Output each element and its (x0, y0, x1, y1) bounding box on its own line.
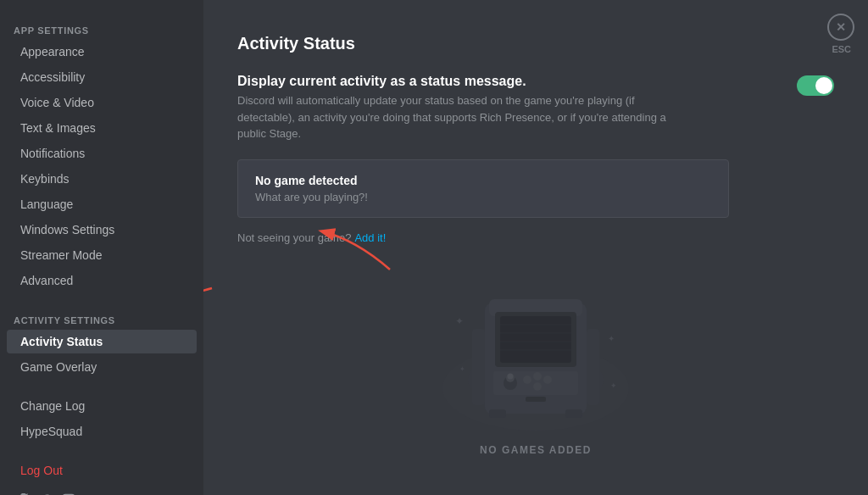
sidebar-item-text-images[interactable]: Text & Images (7, 116, 197, 140)
app-settings-label: APP SETTINGS (0, 17, 203, 39)
sidebar-item-language[interactable]: Language (7, 192, 197, 216)
page-title: Activity Status (237, 34, 834, 53)
no-game-detected-box: No game detected What are you playing?! (237, 159, 729, 218)
activity-settings-label: ACTIVITY SETTINGS (0, 307, 203, 329)
svg-text:✦: ✦ (455, 315, 464, 327)
sidebar-item-windows-settings[interactable]: Windows Settings (7, 218, 197, 242)
svg-rect-25 (489, 409, 506, 418)
setting-label: Display current activity as a status mes… (237, 74, 678, 89)
sidebar-item-accessibility[interactable]: Accessibility (7, 65, 197, 89)
svg-rect-23 (472, 329, 485, 405)
svg-rect-26 (565, 409, 582, 418)
svg-point-18 (523, 375, 531, 384)
sidebar-item-appearance[interactable]: Appearance (7, 40, 197, 64)
sidebar-item-voice-video[interactable]: Voice & Video (7, 91, 197, 114)
svg-text:✦: ✦ (608, 334, 615, 343)
svg-point-20 (543, 375, 552, 384)
svg-rect-9 (500, 316, 571, 363)
svg-point-21 (533, 382, 542, 391)
svg-rect-24 (587, 329, 599, 405)
no-games-label: NO GAMES ADDED (480, 444, 592, 456)
sidebar-item-streamer-mode[interactable]: Streamer Mode (7, 243, 197, 267)
sidebar-item-change-log[interactable]: Change Log (7, 394, 197, 418)
sidebar-item-advanced[interactable]: Advanced (7, 269, 197, 292)
activity-status-toggle[interactable] (797, 75, 834, 96)
close-button[interactable]: ✕ (827, 14, 854, 41)
sidebar-item-notifications[interactable]: Notifications (7, 142, 197, 165)
sidebar-item-keybinds[interactable]: Keybinds (7, 167, 197, 191)
logout-button[interactable]: Log Out (7, 459, 197, 482)
esc-label: ESC (832, 44, 851, 54)
no-game-title: No game detected (255, 174, 711, 187)
setting-description: Discord will automatically update your s… (237, 92, 678, 142)
setting-label-group: Display current activity as a status mes… (237, 74, 678, 142)
svg-text:✦: ✦ (459, 365, 465, 373)
no-game-subtitle: What are you playing?! (255, 191, 711, 203)
sidebar-item-activity-status[interactable]: Activity Status (7, 330, 197, 353)
svg-text:✦: ✦ (610, 381, 617, 390)
sidebar-item-hypesquad[interactable]: HypeSquad (7, 420, 197, 443)
sidebar-item-game-overlay[interactable]: Game Overlay (7, 355, 197, 379)
illustration-area: ✦ ✦ ✦ ✦ NO GAMES ADDED (237, 261, 834, 456)
add-game-row: Not seeing your game? Add it! (237, 231, 834, 244)
activity-toggle-row: Display current activity as a status mes… (237, 74, 834, 142)
add-it-link[interactable]: Add it! (354, 231, 386, 244)
svg-point-19 (533, 372, 542, 381)
sidebar: APP SETTINGS Appearance Accessibility Vo… (0, 0, 203, 495)
main-content: ✕ ESC Activity Status Display current ac… (203, 0, 868, 495)
svg-point-17 (508, 373, 514, 379)
arcade-illustration: ✦ ✦ ✦ ✦ (426, 261, 646, 431)
arrow-sidebar (203, 280, 220, 331)
not-seeing-game-text: Not seeing your game? (237, 231, 351, 244)
social-footer (0, 487, 203, 495)
svg-rect-22 (526, 397, 546, 402)
